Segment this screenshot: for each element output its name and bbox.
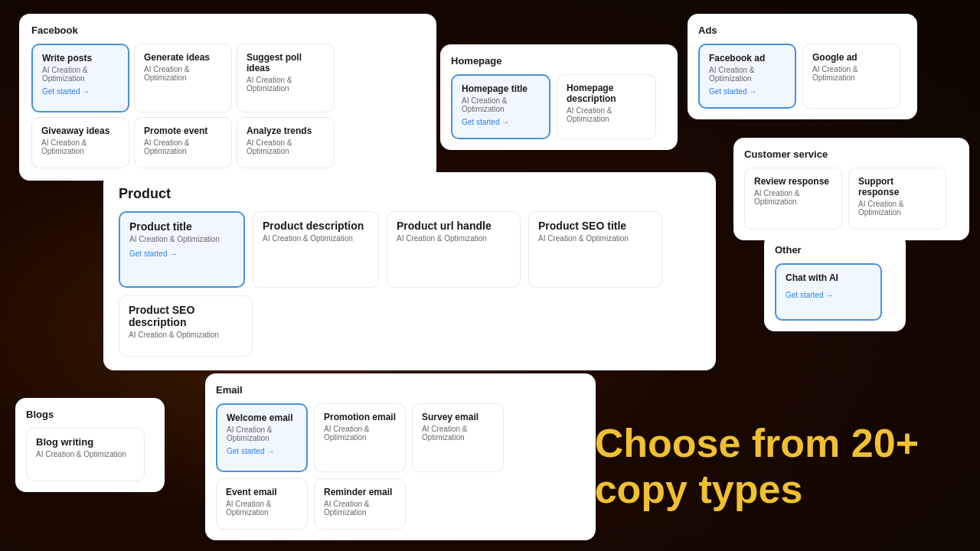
- homepage-cards-grid: Homepage title AI Creation & Optimizatio…: [451, 74, 667, 139]
- card-subtitle-0: AI Creation & Optimization: [42, 66, 119, 83]
- product-card-4[interactable]: Product SEO description AI Creation & Op…: [119, 295, 253, 357]
- email-card-0[interactable]: Welcome email AI Creation & Optimization…: [216, 403, 308, 472]
- homepage-card-link-0[interactable]: Get started →: [462, 118, 540, 126]
- ads-panel: Ads Facebook ad AI Creation & Optimizati…: [688, 14, 917, 119]
- email-card-title-4: Reminder email: [324, 487, 396, 497]
- cs-card-title-0: Review response: [754, 176, 832, 187]
- email-card-subtitle-4: AI Creation & Optimization: [324, 500, 396, 517]
- product-card-subtitle-1: AI Creation & Optimization: [263, 234, 369, 243]
- cs-card-title-1: Support response: [858, 176, 936, 197]
- homepage-title: Homepage: [451, 55, 667, 67]
- email-card-link-0[interactable]: Get started →: [227, 447, 297, 455]
- other-card-0[interactable]: Chat with AI Get started →: [775, 263, 882, 321]
- facebook-title: Facebook: [31, 24, 424, 36]
- email-card-title-1: Promotion email: [324, 412, 396, 422]
- facebook-card-3[interactable]: Giveaway ideas AI Creation & Optimizatio…: [31, 117, 129, 168]
- customer-service-panel: Customer service Review response AI Crea…: [733, 138, 969, 240]
- facebook-card-0[interactable]: Write posts AI Creation & Optimization G…: [31, 44, 129, 112]
- customer-service-cards-grid: Review response AI Creation & Optimizati…: [744, 168, 959, 230]
- product-card-subtitle-3: AI Creation & Optimization: [538, 234, 652, 243]
- facebook-card-5[interactable]: Analyze trends AI Creation & Optimizatio…: [237, 117, 335, 168]
- ads-card-link-0[interactable]: Get started →: [709, 87, 786, 96]
- email-card-4[interactable]: Reminder email AI Creation & Optimizatio…: [314, 478, 406, 530]
- ads-card-0[interactable]: Facebook ad AI Creation & Optimization G…: [698, 44, 796, 109]
- blogs-card-title-0: Blog writing: [36, 436, 135, 448]
- email-card-subtitle-1: AI Creation & Optimization: [324, 425, 396, 442]
- product-card-1[interactable]: Product description AI Creation & Optimi…: [253, 211, 379, 288]
- card-subtitle-4: AI Creation & Optimization: [144, 139, 222, 155]
- other-card-title-0: Chat with AI: [786, 272, 871, 283]
- product-card-subtitle-4: AI Creation & Optimization: [129, 331, 243, 339]
- customer-service-title: Customer service: [744, 148, 959, 160]
- ads-card-title-1: Google ad: [812, 52, 890, 63]
- other-cards-grid: Chat with AI Get started →: [775, 263, 895, 321]
- homepage-card-title-1: Homepage description: [567, 83, 646, 104]
- cs-card-subtitle-1: AI Creation & Optimization: [858, 200, 936, 217]
- blogs-card-0[interactable]: Blog writing AI Creation & Optimization: [26, 428, 145, 481]
- email-card-title-2: Survey email: [422, 412, 494, 422]
- card-title-4: Promote event: [144, 126, 222, 136]
- facebook-card-4[interactable]: Promote event AI Creation & Optimization: [134, 117, 232, 168]
- product-card-title-4: Product SEO description: [129, 304, 243, 328]
- hero-line1: Choose from 20+: [595, 421, 919, 467]
- ads-cards-grid: Facebook ad AI Creation & Optimization G…: [698, 44, 906, 109]
- ads-card-title-0: Facebook ad: [709, 53, 786, 64]
- blogs-title: Blogs: [26, 409, 154, 420]
- card-link-0[interactable]: Get started →: [42, 87, 119, 96]
- product-card-title-2: Product url handle: [397, 220, 511, 232]
- email-title: Email: [216, 384, 585, 396]
- email-card-1[interactable]: Promotion email AI Creation & Optimizati…: [314, 403, 406, 472]
- email-card-title-0: Welcome email: [227, 412, 297, 423]
- card-subtitle-1: AI Creation & Optimization: [144, 65, 222, 82]
- email-card-subtitle-0: AI Creation & Optimization: [227, 425, 297, 442]
- email-card-title-3: Event email: [226, 487, 298, 497]
- email-cards-grid: Welcome email AI Creation & Optimization…: [216, 403, 585, 530]
- blogs-card-subtitle-0: AI Creation & Optimization: [36, 450, 135, 458]
- product-card-title-0: Product title: [129, 220, 234, 233]
- product-card-title-3: Product SEO title: [538, 220, 652, 232]
- card-title-5: Analyze trends: [247, 126, 325, 136]
- product-card-subtitle-2: AI Creation & Optimization: [397, 234, 511, 243]
- homepage-card-title-0: Homepage title: [462, 83, 540, 94]
- product-card-0[interactable]: Product title AI Creation & Optimization…: [119, 211, 245, 288]
- other-title: Other: [775, 244, 895, 256]
- card-subtitle-2: AI Creation & Optimization: [247, 76, 325, 93]
- homepage-card-subtitle-0: AI Creation & Optimization: [462, 96, 540, 113]
- ads-card-subtitle-1: AI Creation & Optimization: [812, 65, 890, 82]
- ads-card-subtitle-0: AI Creation & Optimization: [709, 66, 786, 83]
- email-panel: Email Welcome email AI Creation & Optimi…: [205, 373, 596, 540]
- product-card-2[interactable]: Product url handle AI Creation & Optimiz…: [387, 211, 521, 288]
- facebook-panel: Facebook Write posts AI Creation & Optim…: [19, 14, 436, 181]
- hero-line2: copy types: [595, 467, 919, 513]
- cs-card-subtitle-0: AI Creation & Optimization: [754, 189, 832, 206]
- homepage-panel: Homepage Homepage title AI Creation & Op…: [440, 44, 678, 150]
- email-card-subtitle-3: AI Creation & Optimization: [226, 500, 298, 517]
- facebook-cards-grid: Write posts AI Creation & Optimization G…: [31, 44, 424, 168]
- email-card-2[interactable]: Survey email AI Creation & Optimization: [412, 403, 504, 472]
- card-title-1: Generate ideas: [144, 52, 222, 63]
- product-card-3[interactable]: Product SEO title AI Creation & Optimiza…: [528, 211, 662, 288]
- cs-card-1[interactable]: Support response AI Creation & Optimizat…: [848, 168, 946, 230]
- facebook-card-1[interactable]: Generate ideas AI Creation & Optimizatio…: [134, 44, 232, 112]
- email-card-subtitle-2: AI Creation & Optimization: [422, 425, 494, 442]
- card-title-2: Suggest poll ideas: [247, 52, 325, 73]
- card-title-3: Giveaway ideas: [41, 126, 119, 136]
- card-title-0: Write posts: [42, 53, 119, 64]
- cs-card-0[interactable]: Review response AI Creation & Optimizati…: [744, 168, 842, 230]
- ads-card-1[interactable]: Google ad AI Creation & Optimization: [802, 44, 900, 109]
- homepage-card-0[interactable]: Homepage title AI Creation & Optimizatio…: [451, 74, 550, 139]
- product-cards-grid: Product title AI Creation & Optimization…: [119, 211, 701, 357]
- email-card-3[interactable]: Event email AI Creation & Optimization: [216, 478, 308, 530]
- product-panel: Product Product title AI Creation & Opti…: [103, 172, 716, 370]
- homepage-card-1[interactable]: Homepage description AI Creation & Optim…: [557, 74, 656, 139]
- card-subtitle-3: AI Creation & Optimization: [41, 139, 119, 155]
- product-card-subtitle-0: AI Creation & Optimization: [129, 235, 234, 243]
- blogs-cards-grid: Blog writing AI Creation & Optimization: [26, 428, 154, 481]
- card-subtitle-5: AI Creation & Optimization: [247, 139, 325, 155]
- product-card-title-1: Product description: [263, 220, 369, 232]
- ads-title: Ads: [698, 24, 906, 36]
- facebook-card-2[interactable]: Suggest poll ideas AI Creation & Optimiz…: [237, 44, 335, 112]
- hero-text: Choose from 20+ copy types: [595, 421, 919, 513]
- other-card-link-0[interactable]: Get started →: [786, 291, 871, 299]
- product-card-link-0[interactable]: Get started →: [129, 249, 234, 258]
